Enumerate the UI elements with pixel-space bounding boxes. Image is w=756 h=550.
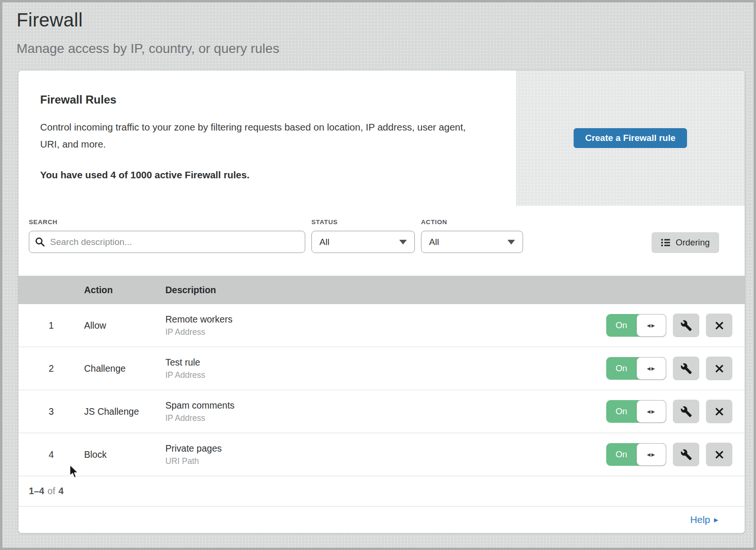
page-header: Firewall Manage access by IP, country, o…: [2, 2, 754, 56]
rule-match-field: IP Address: [165, 327, 606, 337]
rule-controls: On ◂▸: [606, 357, 745, 380]
close-icon: [715, 321, 724, 330]
action-filter-group: ACTION All: [421, 218, 523, 253]
rule-controls: On ◂▸: [606, 314, 745, 337]
rules-table-body: 1 Allow Remote workers IP Address On ◂▸: [18, 304, 745, 476]
close-icon: [715, 364, 724, 373]
search-label: SEARCH: [29, 218, 305, 226]
overview-title: Firewall Rules: [40, 93, 483, 106]
wrench-icon: [680, 406, 692, 418]
delete-rule-button[interactable]: [706, 400, 732, 423]
edit-rule-button[interactable]: [673, 357, 699, 380]
wrench-icon: [680, 320, 692, 332]
header-action-column: Action: [84, 285, 165, 296]
rule-action: Allow: [84, 320, 165, 331]
toggle-on-label: On: [606, 357, 636, 380]
create-firewall-rule-button[interactable]: Create a Firewall rule: [574, 128, 687, 148]
rule-description: Spam comments: [165, 400, 606, 411]
rule-priority-number: 3: [18, 406, 84, 417]
rule-description-cell: Private pages URI Path: [165, 443, 606, 466]
rule-description-cell: Spam comments IP Address: [165, 400, 606, 423]
overview-section: Firewall Rules Control incoming traffic …: [18, 70, 745, 206]
toggle-knob[interactable]: ◂▸: [636, 314, 666, 337]
edit-rule-button[interactable]: [673, 443, 699, 466]
delete-rule-button[interactable]: [706, 357, 732, 380]
help-arrow-icon: ▸: [714, 515, 718, 524]
overview-usage: You have used 4 of 1000 active Firewall …: [40, 169, 483, 181]
search-filter-group: SEARCH: [29, 218, 305, 253]
overview-action-panel: Create a Firewall rule: [516, 70, 745, 206]
rule-row: 2 Challenge Test rule IP Address On ◂▸: [18, 347, 745, 390]
action-select[interactable]: All: [421, 231, 523, 253]
action-selected-value: All: [429, 237, 439, 247]
rules-table-header: Action Description: [18, 276, 745, 304]
filters-bar: SEARCH STATUS All ACTION: [18, 206, 745, 276]
rule-description: Remote workers: [165, 314, 606, 325]
search-input[interactable]: [29, 231, 305, 253]
search-icon: [35, 237, 45, 247]
toggle-on-label: On: [606, 443, 636, 466]
rule-priority-number: 4: [18, 449, 84, 460]
rule-description: Test rule: [165, 357, 606, 368]
rule-controls: On ◂▸: [606, 443, 745, 466]
header-description-column: Description: [165, 285, 606, 296]
chevron-down-icon: [507, 240, 515, 244]
pagination-total: 4: [59, 486, 64, 497]
help-link[interactable]: Help ▸: [690, 514, 718, 525]
status-selected-value: All: [319, 237, 329, 247]
firewall-page: Firewall Manage access by IP, country, o…: [0, 0, 756, 550]
rule-description-cell: Remote workers IP Address: [165, 314, 606, 337]
delete-rule-button[interactable]: [706, 314, 732, 337]
page-subtitle: Manage access by IP, country, or query r…: [17, 41, 754, 56]
rule-match-field: IP Address: [165, 370, 606, 380]
rule-row: 4 Block Private pages URI Path On ◂▸: [18, 433, 745, 476]
status-label: STATUS: [311, 218, 415, 226]
help-link-label: Help: [690, 514, 710, 525]
toggle-on-label: On: [606, 314, 636, 337]
rule-description: Private pages: [165, 443, 606, 454]
overview-description: Control incoming traffic to your zone by…: [40, 119, 483, 153]
rule-controls: On ◂▸: [606, 400, 745, 423]
rule-match-field: URI Path: [165, 456, 606, 466]
rule-description-cell: Test rule IP Address: [165, 357, 606, 380]
edit-rule-button[interactable]: [673, 400, 699, 423]
search-box: [29, 231, 305, 253]
delete-rule-button[interactable]: [706, 443, 732, 466]
pagination-of: of: [48, 486, 55, 497]
action-label: ACTION: [421, 218, 523, 226]
chevron-down-icon: [399, 240, 407, 244]
toggle-knob[interactable]: ◂▸: [636, 357, 666, 380]
rule-action: Challenge: [84, 363, 165, 374]
rule-priority-number: 1: [18, 320, 84, 331]
firewall-rules-card: Firewall Rules Control incoming traffic …: [18, 70, 745, 533]
close-icon: [715, 407, 724, 416]
ordering-button-label: Ordering: [676, 237, 710, 248]
rule-action: JS Challenge: [84, 406, 165, 417]
rule-enabled-toggle[interactable]: On ◂▸: [606, 314, 666, 337]
toggle-on-label: On: [606, 400, 636, 423]
wrench-icon: [680, 363, 692, 375]
card-footer: Help ▸: [18, 506, 745, 533]
overview-text-block: Firewall Rules Control incoming traffic …: [18, 70, 516, 206]
rule-enabled-toggle[interactable]: On ◂▸: [606, 400, 666, 423]
pagination-bar: 1–4 of 4: [18, 476, 745, 506]
close-icon: [715, 450, 724, 459]
pagination-range: 1–4: [29, 486, 44, 497]
page-title: Firewall: [17, 8, 754, 32]
ordering-button[interactable]: Ordering: [652, 232, 719, 253]
edit-rule-button[interactable]: [673, 314, 699, 337]
status-filter-group: STATUS All: [311, 218, 415, 253]
rule-action: Block: [84, 449, 165, 460]
status-select[interactable]: All: [311, 231, 415, 253]
ordered-list-icon: [661, 238, 670, 247]
rule-enabled-toggle[interactable]: On ◂▸: [606, 357, 666, 380]
toggle-knob[interactable]: ◂▸: [636, 443, 666, 466]
rule-enabled-toggle[interactable]: On ◂▸: [606, 443, 666, 466]
rule-match-field: IP Address: [165, 413, 606, 423]
wrench-icon: [680, 449, 692, 461]
rule-priority-number: 2: [18, 363, 84, 374]
rule-row: 3 JS Challenge Spam comments IP Address …: [18, 390, 745, 433]
toggle-knob[interactable]: ◂▸: [636, 400, 666, 423]
rule-row: 1 Allow Remote workers IP Address On ◂▸: [18, 304, 745, 347]
